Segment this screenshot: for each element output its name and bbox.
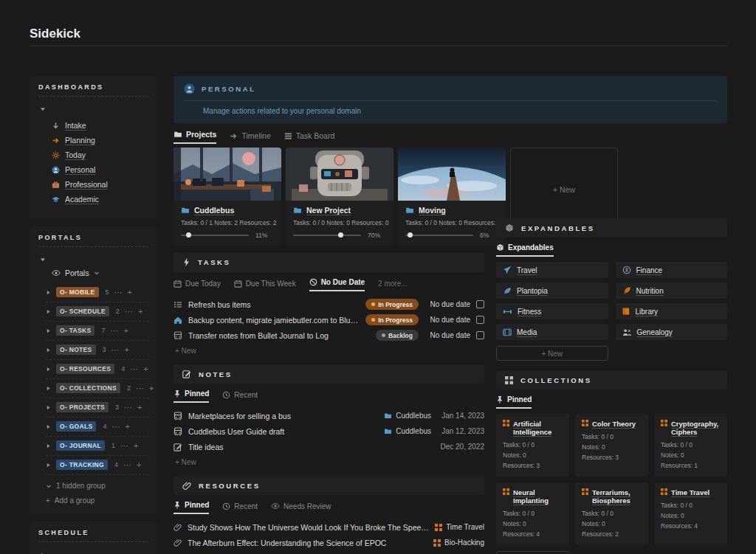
expandable-media[interactable]: Media bbox=[496, 324, 608, 340]
caret-right-icon[interactable] bbox=[46, 443, 51, 449]
add-icon[interactable]: + bbox=[134, 443, 138, 449]
tab-due-this-week[interactable]: Due This Week bbox=[234, 280, 296, 291]
due-date[interactable]: No due date bbox=[425, 316, 470, 324]
sidebar-item-professional[interactable]: Professional bbox=[52, 180, 148, 189]
project-card-cuddlebus[interactable]: Cuddlebus Tasks: 0 / 1 Notes: 2 Resource… bbox=[173, 148, 281, 246]
portal-row-goals[interactable]: O- GOALS 4 ⋯ + bbox=[46, 418, 148, 437]
collection-name-row[interactable]: Neural Implanting bbox=[503, 488, 563, 505]
note-title[interactable]: Marketplaces for selling a bus bbox=[188, 412, 378, 420]
resource-title[interactable]: The Afterburn Effect: Understanding the … bbox=[188, 539, 427, 547]
status-badge[interactable]: Backlog bbox=[376, 330, 419, 341]
portal-badge[interactable]: O- SCHEDULE bbox=[56, 306, 109, 316]
portal-badge[interactable]: O- COLLECTIONS bbox=[56, 383, 120, 393]
collapse-caret-icon[interactable] bbox=[40, 252, 148, 266]
status-badge[interactable]: In Progress bbox=[365, 299, 419, 310]
note-title[interactable]: Cuddlebus User Guide draft bbox=[188, 427, 378, 436]
more-options-icon[interactable]: ⋯ bbox=[123, 462, 131, 468]
project-name[interactable]: New Project bbox=[306, 206, 351, 215]
task-title[interactable]: Transfer notes from Bullet Journal to Lo… bbox=[188, 331, 370, 340]
progress-slider[interactable]: 6% bbox=[405, 232, 498, 239]
add-icon[interactable]: + bbox=[125, 423, 129, 429]
expandable-library[interactable]: Library bbox=[616, 303, 728, 319]
task-title[interactable]: Refresh bus items bbox=[188, 300, 360, 309]
portal-row-notes[interactable]: O- NOTES 3 ⋯ + bbox=[46, 341, 148, 360]
collection-card-time-travel[interactable]: Time Travel Tasks: 0 / 0 Notes: 0 Resour… bbox=[654, 482, 727, 545]
note-project[interactable]: Cuddlebus bbox=[384, 412, 431, 420]
sidebar-item-academic[interactable]: Academic bbox=[52, 195, 148, 204]
project-name-row[interactable]: Cuddlebus bbox=[181, 206, 274, 215]
resource-row[interactable]: Study Shows How The Universe Would Look … bbox=[173, 519, 484, 535]
sidebar-item-intake[interactable]: Intake bbox=[52, 121, 148, 130]
portal-row-schedule[interactable]: O- SCHEDULE 2 ⋯ + bbox=[46, 302, 148, 322]
slider-knob[interactable] bbox=[408, 232, 413, 238]
slider-knob[interactable] bbox=[186, 232, 191, 238]
collection-card-artificial-intelligence[interactable]: Artificial Intelligence Tasks: 0 / 0 Not… bbox=[496, 414, 569, 477]
resource-title[interactable]: Study Shows How The Universe Would Look … bbox=[188, 523, 429, 532]
task-row[interactable]: Backup content, migrate jamiebutler.com … bbox=[173, 312, 484, 328]
caret-right-icon[interactable] bbox=[46, 328, 51, 333]
project-card-moving[interactable]: Moving Tasks: 0 / 0 Notes: 0 Resources: … bbox=[398, 148, 506, 246]
resource-row[interactable]: The Afterburn Effect: Understanding the … bbox=[173, 535, 484, 550]
tab-timeline[interactable]: Timeline bbox=[230, 131, 270, 144]
more-options-icon[interactable]: ⋯ bbox=[120, 443, 128, 449]
tab-due-today[interactable]: Due Today bbox=[173, 280, 221, 291]
project-name[interactable]: Cuddlebus bbox=[194, 206, 234, 215]
caret-right-icon[interactable] bbox=[40, 548, 148, 554]
due-date[interactable]: No due date bbox=[425, 300, 470, 308]
progress-slider[interactable]: 11% bbox=[181, 232, 274, 239]
collection-name-row[interactable]: Color Theory bbox=[582, 420, 642, 428]
resource-collection[interactable]: Time Travel bbox=[435, 523, 484, 531]
new-collection-button[interactable]: + New bbox=[496, 551, 569, 554]
collection-name-row[interactable]: Terrariums, Biospheres bbox=[582, 488, 642, 505]
collection-name-row[interactable]: Time Travel bbox=[661, 488, 721, 496]
caret-right-icon[interactable] bbox=[46, 463, 51, 468]
expandable-genealogy[interactable]: Genealogy bbox=[616, 324, 728, 340]
portals-group-toggle[interactable]: Portals bbox=[52, 269, 148, 277]
slider-track[interactable] bbox=[293, 235, 361, 236]
resource-row[interactable]: New Study Tests Lucid Dream Induction Te… bbox=[173, 550, 484, 554]
collection-name-row[interactable]: Cryptography, Ciphers bbox=[661, 420, 721, 436]
note-title[interactable]: Title ideas bbox=[188, 443, 431, 451]
expandable-travel[interactable]: Travel bbox=[496, 262, 608, 278]
portal-row-collections[interactable]: O- COLLECTIONS 2 ⋯ + bbox=[46, 379, 148, 398]
task-row[interactable]: Refresh bus items In Progress No due dat… bbox=[173, 297, 484, 312]
slider-track[interactable] bbox=[405, 235, 473, 236]
portal-row-journal[interactable]: O- JOURNAL 1 ⋯ + bbox=[46, 437, 148, 456]
add-icon[interactable]: + bbox=[137, 462, 141, 468]
portal-badge[interactable]: O- GOALS bbox=[56, 421, 96, 432]
caret-right-icon[interactable] bbox=[46, 347, 51, 353]
more-options-icon[interactable]: ⋯ bbox=[130, 366, 138, 372]
collection-name[interactable]: Color Theory bbox=[592, 420, 636, 428]
note-row[interactable]: Title ideas Dec 20, 2022 bbox=[173, 439, 484, 454]
more-options-icon[interactable]: ⋯ bbox=[110, 328, 118, 333]
note-row[interactable]: Marketplaces for selling a bus Cuddlebus… bbox=[173, 408, 484, 423]
tab-task-board[interactable]: Task Board bbox=[284, 131, 335, 144]
task-checkbox[interactable] bbox=[476, 300, 484, 308]
collection-name[interactable]: Cryptography, Ciphers bbox=[671, 420, 721, 436]
tab-pinned[interactable]: Pinned bbox=[496, 395, 532, 409]
due-date[interactable]: No due date bbox=[425, 331, 470, 339]
add-icon[interactable]: + bbox=[125, 347, 129, 353]
portal-badge[interactable]: O- MOBILE bbox=[56, 287, 99, 297]
caret-right-icon[interactable] bbox=[46, 309, 51, 314]
task-checkbox[interactable] bbox=[476, 331, 484, 339]
task-checkbox[interactable] bbox=[476, 316, 484, 324]
collection-name[interactable]: Artificial Intelligence bbox=[513, 420, 563, 436]
tab-expandables[interactable]: Expandables bbox=[496, 243, 554, 257]
more-options-icon[interactable]: ⋯ bbox=[125, 308, 133, 314]
new-expandable-button[interactable]: + New bbox=[496, 346, 608, 361]
expandable-plantopia[interactable]: Plantopia bbox=[496, 283, 608, 299]
caret-right-icon[interactable] bbox=[46, 386, 51, 391]
tab-pinned[interactable]: Pinned bbox=[173, 501, 209, 514]
add-group-button[interactable]: + Add a group bbox=[46, 496, 148, 505]
note-row[interactable]: Cuddlebus User Guide draft Cuddlebus Jan… bbox=[173, 423, 484, 439]
add-icon[interactable]: + bbox=[149, 385, 154, 391]
caret-right-icon[interactable] bbox=[46, 367, 51, 372]
portal-row-resources[interactable]: O- RESOURCES 4 ⋯ + bbox=[46, 360, 148, 379]
portal-row-tracking[interactable]: O- TRACKING 4 ⋯ + bbox=[46, 456, 148, 475]
tab-no-due-date[interactable]: No Due Date bbox=[309, 278, 365, 291]
expandable-nutrition[interactable]: Nutrition bbox=[616, 283, 728, 299]
new-note-button[interactable]: + New bbox=[175, 458, 484, 466]
portal-badge[interactable]: O- JOURNAL bbox=[56, 440, 105, 451]
collection-name[interactable]: Terrariums, Biospheres bbox=[592, 488, 642, 505]
